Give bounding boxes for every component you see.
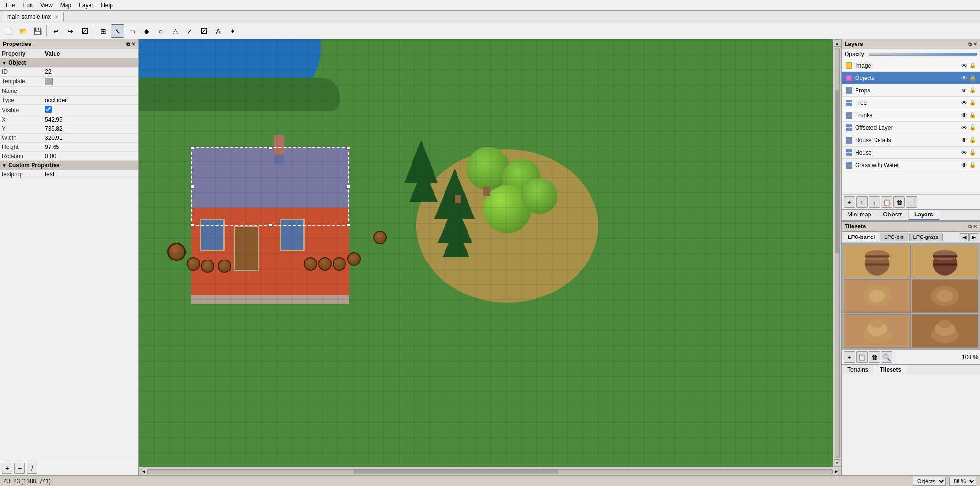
polyline-button[interactable]: ↙ xyxy=(183,24,196,38)
duplicate-layer-button[interactable]: 📋 xyxy=(881,196,892,208)
opacity-track[interactable] xyxy=(869,53,977,56)
layer-eye-offseted[interactable]: 👁 xyxy=(960,124,969,132)
tile-1-1[interactable] xyxy=(912,279,979,313)
layer-item-house[interactable]: House 👁 🔓 xyxy=(842,147,980,159)
menu-view[interactable]: View xyxy=(36,1,56,10)
prop-y-value[interactable]: 735.82 xyxy=(43,124,138,134)
prop-rotation-value[interactable]: 0.00 xyxy=(43,152,138,161)
tab-layers[interactable]: Layers xyxy=(909,210,939,220)
layer-eye-trunks[interactable]: 👁 xyxy=(960,111,969,120)
vscroll-up-arrow[interactable]: ▲ xyxy=(834,39,841,47)
vertical-scrollbar[interactable]: ▲ ▼ xyxy=(833,39,841,467)
layer-item-trunks[interactable]: Trunks 👁 🔓 xyxy=(842,109,980,122)
layer-eye-props[interactable]: 👁 xyxy=(960,86,969,95)
layer-eye-tree[interactable]: 👁 xyxy=(960,99,969,107)
prop-width-value[interactable]: 320.91 xyxy=(43,134,138,143)
vscroll-thumb[interactable] xyxy=(835,90,839,253)
layers-float-icon[interactable]: ⧉ xyxy=(968,41,972,47)
prop-template-value[interactable] xyxy=(43,77,138,87)
prop-height-value[interactable]: 97.65 xyxy=(43,143,138,152)
layer-select[interactable]: Objects xyxy=(913,477,946,486)
layer-item-props[interactable]: Props 👁 🔓 xyxy=(842,84,980,97)
tilesets-float-icon[interactable]: ⧉ xyxy=(968,224,972,230)
delete-layer-button[interactable]: 🗑 xyxy=(893,196,905,208)
prop-x-value[interactable]: 542.95 xyxy=(43,115,138,124)
layer-eye-objects[interactable]: 👁 xyxy=(960,74,969,82)
layer-lock-house-details[interactable]: 🔓 xyxy=(969,136,977,145)
tab-main-sample[interactable]: main-sample.tmx ✕ xyxy=(2,12,64,21)
layer-lock-grass-water[interactable]: 🔓 xyxy=(969,161,977,170)
prop-visible-value[interactable] xyxy=(43,105,138,115)
layer-eye-house[interactable]: 👁 xyxy=(960,148,969,157)
stamp-button[interactable]: 🖼 xyxy=(78,24,91,38)
zoom-select[interactable]: 88 % xyxy=(949,477,976,486)
layer-item-house-details[interactable]: House Details 👁 🔓 xyxy=(842,134,980,147)
edit-property-button[interactable]: / xyxy=(27,463,37,474)
vscroll-track[interactable] xyxy=(835,48,840,458)
layer-lock-props[interactable]: 🔓 xyxy=(969,86,977,95)
tileset-next-button[interactable]: ▶ xyxy=(969,233,978,241)
layer-lock-offseted[interactable]: 🔓 xyxy=(969,124,977,132)
hscroll-track[interactable] xyxy=(147,469,833,474)
tile-2-0[interactable] xyxy=(844,314,911,348)
prop-type-value[interactable]: occluder xyxy=(43,96,138,105)
layer-lock-objects[interactable]: 🔒 xyxy=(969,74,977,82)
visible-checkbox[interactable] xyxy=(45,106,52,113)
layer-options-button[interactable]: ⬜ xyxy=(906,196,917,208)
select-layers-button[interactable]: ⊞ xyxy=(97,24,110,38)
new-button[interactable]: 📄 xyxy=(2,24,15,38)
horizontal-scrollbar[interactable]: ◀ ▶ xyxy=(139,467,841,475)
copy-tileset-button[interactable]: 📋 xyxy=(856,351,868,363)
ellipse-button[interactable]: ○ xyxy=(154,24,167,38)
menu-file[interactable]: File xyxy=(2,1,19,10)
tilesets-close-icon[interactable]: ✕ xyxy=(973,224,977,230)
layers-close-icon[interactable]: ✕ xyxy=(973,41,977,47)
properties-float-icon[interactable]: ⧉ xyxy=(126,41,130,47)
save-button[interactable]: 💾 xyxy=(31,24,44,38)
tab-close-icon[interactable]: ✕ xyxy=(55,14,58,20)
move-button[interactable]: ✦ xyxy=(226,24,239,38)
point-button[interactable]: ◆ xyxy=(140,24,153,38)
tab-terrains[interactable]: Terrains xyxy=(842,365,874,374)
tab-minimap[interactable]: Mini-map xyxy=(842,210,877,220)
select-tool-button[interactable]: ↖ xyxy=(111,24,124,38)
tileset-prev-button[interactable]: ◀ xyxy=(960,233,969,241)
layer-lock-house[interactable]: 🔓 xyxy=(969,148,977,157)
new-tileset-button[interactable]: + xyxy=(844,351,855,363)
prop-name-value[interactable] xyxy=(43,87,138,96)
redo-button[interactable]: ↪ xyxy=(64,24,77,38)
hscroll-right-arrow[interactable]: ▶ xyxy=(833,468,840,475)
tile-0-0[interactable] xyxy=(844,245,911,278)
image-button[interactable]: 🖼 xyxy=(197,24,211,38)
open-button[interactable]: 📂 xyxy=(16,24,30,38)
menu-map[interactable]: Map xyxy=(56,1,75,10)
layer-item-image[interactable]: Image 👁 🔒 xyxy=(842,59,980,72)
tileset-tab-barrel[interactable]: LPC-barrel xyxy=(844,233,879,241)
add-layer-button[interactable]: + xyxy=(844,196,855,208)
menu-help[interactable]: Help xyxy=(97,1,117,10)
layer-lock-image[interactable]: 🔒 xyxy=(969,61,977,70)
layer-item-offseted[interactable]: Offseted Layer 👁 🔓 xyxy=(842,122,980,134)
undo-button[interactable]: ↩ xyxy=(49,24,63,38)
move-layer-up-button[interactable]: ↑ xyxy=(856,196,868,208)
layer-item-objects[interactable]: Objects 👁 🔒 xyxy=(842,72,980,84)
tileset-content[interactable] xyxy=(842,243,980,350)
prop-testprop-value[interactable]: test xyxy=(43,170,138,179)
tileset-properties-button[interactable]: 🔍 xyxy=(881,351,892,363)
layer-eye-image[interactable]: 👁 xyxy=(960,61,969,70)
tile-2-1[interactable] xyxy=(912,314,979,348)
rect-select-button[interactable]: ▭ xyxy=(125,24,139,38)
vscroll-down-arrow[interactable]: ▼ xyxy=(834,459,841,467)
properties-close-icon[interactable]: ✕ xyxy=(131,41,135,47)
move-layer-down-button[interactable]: ↓ xyxy=(869,196,880,208)
canvas-area[interactable]: ◀ ▶ ▲ ▼ xyxy=(139,39,841,475)
remove-property-button[interactable]: − xyxy=(14,463,25,474)
menu-edit[interactable]: Edit xyxy=(19,1,36,10)
layer-item-tree[interactable]: Tree 👁 🔓 xyxy=(842,97,980,109)
hscroll-thumb[interactable] xyxy=(353,470,558,474)
layer-lock-tree[interactable]: 🔓 xyxy=(969,99,977,107)
text-button[interactable]: A xyxy=(212,24,225,38)
tab-objects[interactable]: Objects xyxy=(877,210,909,220)
delete-tileset-button[interactable]: 🗑 xyxy=(869,351,880,363)
menu-layer[interactable]: Layer xyxy=(75,1,97,10)
